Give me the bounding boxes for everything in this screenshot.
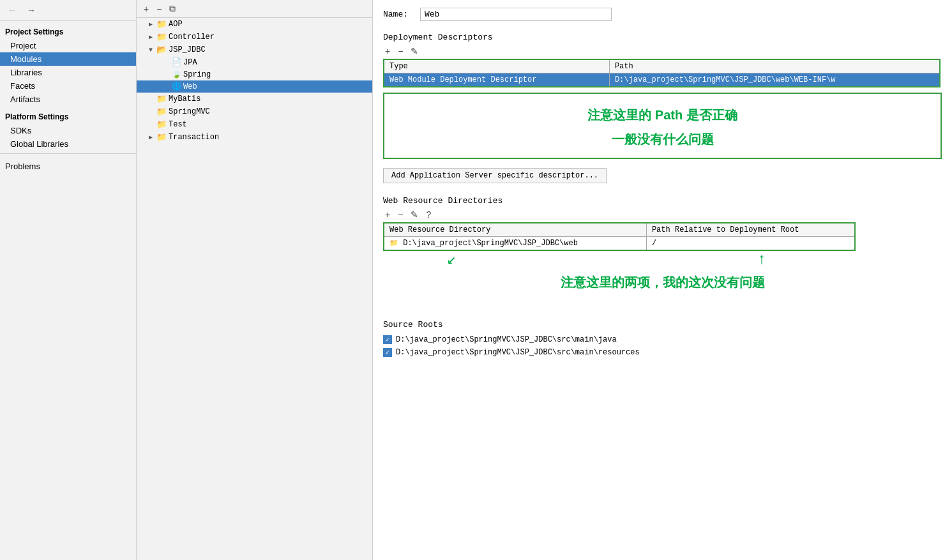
sidebar-item-libraries[interactable]: Libraries [0, 66, 136, 79]
deployment-descriptors-section: Deployment Descriptors + − ✎ Type Path W… [383, 33, 942, 196]
platform-settings-heading: Platform Settings [0, 106, 136, 124]
source-item-0: ✓ D:\java_project\SpringMVC\JSP_JDBC\src… [383, 333, 942, 346]
arrow-down-2: ↑ [757, 252, 766, 268]
tree-node-mybatis[interactable]: ▶ 📁 MyBatis [137, 93, 372, 105]
problems-section: Problems [0, 156, 136, 176]
tree-node-transaction[interactable]: ▶ 📁 Transaction [137, 131, 372, 144]
arrow-2: ↑ [757, 252, 766, 268]
wrd-table: Web Resource Directory Path Relative to … [383, 222, 856, 251]
sidebar-item-label: Facets [10, 81, 35, 91]
checkbox-1[interactable]: ✓ [383, 348, 392, 357]
main-panel: Name: Deployment Descriptors + − ✎ Type … [373, 0, 952, 560]
sidebar-item-artifacts[interactable]: Artifacts [0, 93, 136, 106]
arrows-row: ↙ ↑ [447, 252, 766, 268]
tree-node-controller[interactable]: ▶ 📁 Controller [137, 31, 372, 43]
wrd-cell-dir: 📁 D:\java_project\SpringMVC\JSP_JDBC\web [384, 237, 646, 251]
spacer-web: ▶ [162, 83, 170, 91]
wrd-toolbar: + − ✎ ? [383, 209, 942, 220]
annotation-box-1: 注意这里的 Path 是否正确 一般没有什么问题 [383, 93, 942, 159]
tree-container: ▶ 📁 AOP ▶ 📁 Controller ▼ 📂 JSP_JDBC ▶ 📄 … [137, 18, 372, 560]
back-button[interactable]: ← [5, 4, 19, 17]
sidebar-item-label: Global Libraries [10, 139, 68, 149]
tree-label-spring: Spring [183, 70, 211, 79]
source-path-0: D:\java_project\SpringMVC\JSP_JDBC\src\m… [396, 335, 617, 344]
web-resource-section: Web Resource Directories + − ✎ ? Web Res… [383, 196, 942, 303]
sidebar: ← → Project Settings Project Modules Lib… [0, 0, 137, 560]
web-resource-label: Web Resource Directories [383, 196, 942, 206]
source-item-1: ✓ D:\java_project\SpringMVC\JSP_JDBC\src… [383, 346, 942, 359]
dd-col-type: Type [384, 59, 609, 73]
dd-add-button[interactable]: + [383, 46, 392, 56]
sidebar-item-modules[interactable]: Modules [0, 52, 136, 66]
source-roots-label: Source Roots [383, 320, 942, 329]
annotation-line1: 注意这里的 Path 是否正确 [397, 105, 928, 125]
tree-label-springmvc: SpringMVC [169, 107, 210, 116]
tree-node-jsp-jdbc[interactable]: ▼ 📂 JSP_JDBC [137, 43, 372, 56]
dd-edit-button[interactable]: ✎ [409, 46, 420, 56]
folder-icon-transaction: 📁 [156, 132, 167, 142]
sidebar-item-label: SDKs [10, 126, 31, 135]
leaf-icon-web: 🌐 [172, 82, 181, 91]
tree-label-test: Test [169, 120, 187, 129]
tree-node-jpa[interactable]: ▶ 📄 JPA [137, 56, 372, 68]
tree-label-aop: AOP [169, 20, 183, 29]
wrd-col-dir: Web Resource Directory [384, 223, 646, 237]
table-row[interactable]: Web Module Deployment Descriptor D:\java… [384, 73, 940, 87]
arrow-down-1: ↙ [447, 252, 456, 268]
add-descriptor-button[interactable]: Add Application Server specific descript… [383, 168, 607, 183]
tree-label-web: Web [183, 82, 197, 91]
sidebar-item-global-libraries[interactable]: Global Libraries [0, 137, 136, 151]
table-row[interactable]: 📁 D:\java_project\SpringMVC\JSP_JDBC\web… [384, 237, 855, 251]
dd-cell-type: Web Module Deployment Descriptor [384, 73, 609, 87]
annotation-line3: 注意这里的两项，我的这次没有问题 [561, 275, 765, 289]
annotation-line2: 一般没有什么问题 [397, 130, 928, 149]
wrd-cell-dir-text: D:\java_project\SpringMVC\JSP_JDBC\web [403, 239, 578, 248]
source-roots-section: Source Roots ✓ D:\java_project\SpringMVC… [383, 320, 942, 359]
dd-remove-button[interactable]: − [396, 46, 405, 56]
sidebar-item-label: Project [10, 41, 36, 50]
folder-icon-controller: 📁 [156, 32, 167, 42]
tree-panel: + − ⧉ ▶ 📁 AOP ▶ 📁 Controller ▼ 📂 JSP_JDB… [137, 0, 373, 560]
folder-icon-aop: 📁 [156, 19, 167, 29]
tree-label-controller: Controller [169, 33, 215, 42]
wrd-help-button[interactable]: ? [424, 209, 433, 220]
tree-label-mybatis: MyBatis [169, 95, 200, 103]
spacer-jpa: ▶ [162, 59, 170, 66]
wrd-add-button[interactable]: + [383, 209, 392, 220]
wrd-remove-button[interactable]: − [396, 209, 405, 220]
tree-add-button[interactable]: + [142, 3, 151, 15]
forward-button[interactable]: → [24, 4, 38, 17]
tree-copy-button[interactable]: ⧉ [167, 3, 178, 15]
tree-node-aop[interactable]: ▶ 📁 AOP [137, 18, 372, 31]
tree-label-jpa: JPA [183, 58, 197, 67]
folder-icon-test: 📁 [156, 119, 167, 130]
arrows-annotation-area: ↙ ↑ 注意这里的两项，我的这次没有问题 [383, 252, 942, 303]
leaf-icon-jpa: 📄 [172, 57, 181, 67]
expand-icon-test: ▶ [147, 121, 155, 128]
checkbox-0[interactable]: ✓ [383, 335, 392, 344]
nav-arrows: ← → [0, 0, 136, 21]
spacer-spring: ▶ [162, 71, 170, 79]
expand-icon-mybatis: ▶ [147, 95, 155, 103]
sidebar-item-sdks[interactable]: SDKs [0, 124, 136, 137]
sidebar-item-label: Modules [10, 54, 42, 64]
dd-cell-path: D:\java_project\SpringMVC\JSP_JDBC\web\W… [609, 73, 940, 87]
name-row: Name: [383, 8, 942, 21]
sidebar-item-project[interactable]: Project [0, 39, 136, 52]
expand-icon-jsp-jdbc: ▼ [147, 47, 155, 54]
tree-node-spring[interactable]: ▶ 🍃 Spring [137, 68, 372, 80]
tree-remove-button[interactable]: − [155, 3, 163, 15]
project-settings-heading: Project Settings [0, 21, 136, 39]
wrd-edit-button[interactable]: ✎ [409, 209, 420, 220]
sidebar-item-facets[interactable]: Facets [0, 79, 136, 93]
arrow-1: ↙ [447, 252, 456, 268]
deployment-descriptors-label: Deployment Descriptors [383, 33, 942, 42]
dd-table: Type Path Web Module Deployment Descript… [383, 59, 941, 87]
tree-label-jsp-jdbc: JSP_JDBC [169, 45, 206, 54]
name-label: Name: [383, 10, 415, 19]
tree-node-test[interactable]: ▶ 📁 Test [137, 118, 372, 131]
name-input[interactable] [420, 8, 612, 21]
tree-node-springmvc[interactable]: ▶ 📁 SpringMVC [137, 105, 372, 118]
tree-node-web[interactable]: ▶ 🌐 Web [137, 80, 372, 93]
expand-icon-controller: ▶ [147, 33, 155, 41]
